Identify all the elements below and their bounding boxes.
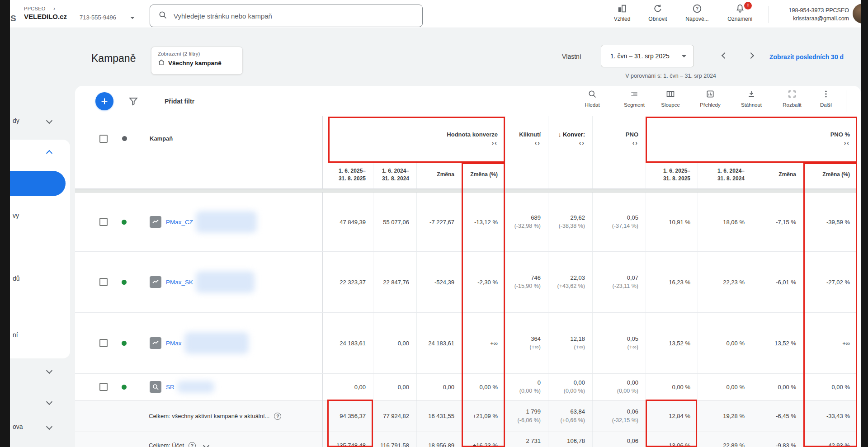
campaign-type-pmax-icon [150,337,161,349]
totals-label: Celkem: Účet [149,442,184,447]
column-header-conversions-sorted: ↓ Konver: ‹› [548,116,592,161]
column-header-clicks: Kliknutí ‹› [505,116,548,161]
expand-account-total-chevron-icon[interactable] [203,442,209,447]
cell-pno-pct-current: 13,52 % [646,313,698,373]
status-enabled-dot-icon [122,280,127,285]
chevron-down-icon[interactable] [46,118,52,124]
cell-pno: 0,05(-37,14 %) [592,193,646,251]
cell-pno-pct-previous: 0,00 % [698,313,752,373]
horizontal-scrollbar[interactable] [75,189,857,193]
expand-button[interactable]: Rozbalit [776,89,808,108]
chevron-down-icon[interactable] [46,367,52,374]
appearance-icon [606,4,638,14]
add-filter-label[interactable]: Přidat filtr [165,98,194,105]
sidebar-item-fragment-2[interactable]: vy [13,212,19,219]
collapse-comparison-control[interactable]: ›‹ [844,140,850,146]
refresh-button[interactable]: Obnovit [642,4,674,22]
cell-pno-pct-previous: 18,06 % [698,193,752,251]
change-pct-label: Změna (%) [470,171,498,178]
cell-pno-pct-change-pct: -27,02 % [803,252,857,312]
change-label: Změna [778,171,796,178]
campaign-link[interactable]: PMax [166,340,182,347]
view-chip-value: Všechny kampaně [168,60,222,66]
help-icon[interactable]: ? [189,442,196,447]
column-group-pno-pct: PNO % ›‹ [646,116,857,161]
add-campaign-button[interactable] [95,92,113,110]
cell-conv-value-change: 24 183,61 [416,313,462,373]
help-button[interactable]: ? Nápově... [681,4,713,22]
view-filter-chip[interactable]: Zobrazení (2 filtry) Všechny kampaně [151,47,243,75]
sort-desc-arrow-icon[interactable]: ↓ [558,131,561,138]
search-placeholder: Vyhledejte stránku nebo kampaň [174,12,272,20]
cell-pno-pct-change: -6,01 % [752,252,803,312]
campaign-type-pmax-icon [150,216,161,228]
totals-row-active-campaigns: Celkem: všechny aktivní kampaně v aktuál… [75,400,857,432]
download-button[interactable]: Stáhnout [736,89,767,108]
cell-clicks: 364(+∞) [505,313,548,373]
cell-pno-pct-change: 0,00 % [752,374,803,400]
breadcrumb-client[interactable]: VELEDILO.cz [24,13,67,20]
sidebar-item-fragment-1[interactable]: dy [13,117,19,124]
profile-customer-id: 198-954-3973 PPCSEO [774,6,849,14]
row-checkbox[interactable] [99,339,108,347]
cell-conv-value-change: -524,39 [416,252,462,312]
campaign-link[interactable]: PMax_CZ [166,219,193,226]
cell-pno-pct-change-pct: -39,59 % [803,193,857,251]
filter-button[interactable] [128,96,139,108]
profile-info[interactable]: 198-954-3973 PPCSEO krisstaraa@gmail.com [774,6,849,23]
chevron-down-icon[interactable] [46,399,52,405]
header-campaign-cell: Kampaň [75,116,323,161]
cell-pno-pct-change-pct: +∞ [803,313,857,373]
row-checkbox[interactable] [99,383,108,391]
sidebar-item-selected[interactable] [10,171,66,196]
expand-comparison-control[interactable]: ‹› [535,140,541,146]
appearance-button[interactable]: Vzhled [606,4,638,22]
campaign-type-pmax-icon [150,276,161,288]
show-last-30-days-link[interactable]: Zobrazit posledních 30 d [769,53,860,61]
global-search-input[interactable]: Vyhledejte stránku nebo kampaň [150,5,423,27]
cell-pno-pct-change: -7,15 % [752,193,803,251]
expand-comparison-control[interactable]: ‹› [579,140,585,146]
select-all-checkbox[interactable] [99,135,108,143]
prev-period-button[interactable] [722,52,728,59]
next-period-button[interactable] [748,52,754,59]
cell-conv-value-current: 47 849,39 [323,193,373,251]
breadcrumb-account[interactable]: PPCSEO [24,6,46,11]
more-vert-icon [821,89,830,99]
cell-conv-value-current: 0,00 [323,374,373,400]
period-previous-label: 1. 6. 2024– 31. 8. 2024 [717,167,745,182]
expand-comparison-control[interactable]: ‹› [632,140,638,146]
chevron-down-icon[interactable] [46,423,52,430]
period-current-label: 1. 6. 2025– 31. 8. 2025 [339,167,366,182]
more-button[interactable]: Další [810,89,842,108]
toolbar-divider [846,90,846,112]
svg-text:?: ? [696,6,698,11]
date-range-select[interactable]: 1. čvn – 31. srp 2025 [601,45,694,67]
cell-conv-value-change: 0,00 [416,374,462,400]
left-screen-edge [0,0,10,447]
collapse-comparison-control[interactable]: ›‹ [492,140,498,146]
totals-row-account: Celkem: Účet ? 135 748,48 116 791,58 18 … [75,432,857,447]
row-checkbox[interactable] [99,218,108,226]
breadcrumb-separator-icon: › [53,5,55,12]
row-checkbox[interactable] [99,278,108,286]
columns-button[interactable]: Sloupce [655,89,686,108]
sidebar-item-fragment-3[interactable]: dů [13,275,20,282]
segment-button[interactable]: Segment [618,89,650,108]
cell-conv-value-change-pct: 0,00 % [462,374,505,400]
change-pct-label: Změna (%) [822,171,850,178]
period-previous-label: 1. 6. 2024– 31. 8. 2024 [382,167,409,182]
profile-email: krisstaraa@gmail.com [774,14,849,23]
cell-conv-value-change-pct: -2,30 % [462,252,505,312]
campaign-link[interactable]: PMax_SK [166,279,193,286]
sidebar-item-fragment-4[interactable]: ní [13,331,18,339]
table-search-button[interactable]: Hledat [576,89,608,108]
sidebar-item-fragment-5[interactable]: ova [13,423,23,430]
status-enabled-dot-icon [122,220,127,225]
home-icon [158,59,165,67]
account-switcher-caret-icon[interactable] [130,17,135,19]
period-current-label: 1. 6. 2025– 31. 8. 2025 [663,167,690,182]
reports-button[interactable]: Přehledy [694,89,726,108]
campaign-link[interactable]: SR [166,384,175,391]
help-icon[interactable]: ? [274,413,281,420]
